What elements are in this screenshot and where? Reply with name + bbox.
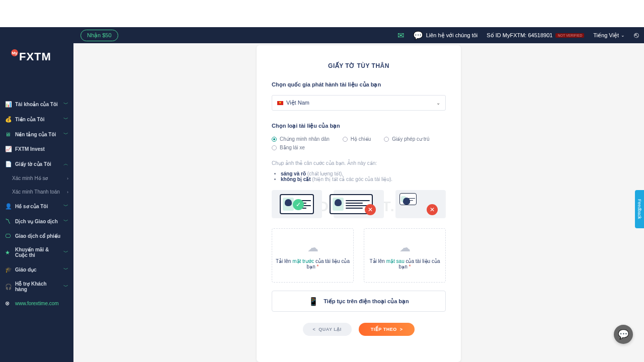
sidebar-item[interactable]: 📄Giấy tờ của Tôi︿	[0, 156, 73, 171]
upload-row: ☁ Tải lên mặt trước của tài liệu của bạn…	[272, 228, 446, 283]
chevron-icon: ﹀	[63, 101, 68, 108]
nav-label: Giao dịch cổ phiếu	[15, 233, 68, 239]
feedback-tab[interactable]: Feedback	[635, 190, 644, 228]
nav-label: Khuyến mãi & Cuộc thi	[15, 247, 59, 258]
cloud-upload-icon: ☁	[399, 241, 411, 254]
sidebar-item[interactable]: ★Khuyến mãi & Cuộc thi﹀	[0, 243, 73, 262]
sidebar-item[interactable]: 📊Tài khoản của Tôi﹀	[0, 97, 73, 112]
nav-label: Hỗ trợ Khách hàng	[15, 281, 59, 292]
continue-on-phone[interactable]: 📱 Tiếp tục trên điện thoại của bạn	[272, 291, 446, 312]
contact-us[interactable]: 💬 Liên hệ với chúng tôi	[413, 31, 478, 40]
sidebar-subitem[interactable]: Xác minh Thanh toán›	[0, 185, 73, 199]
chevron-down-icon: ⌄	[621, 33, 625, 38]
nav-icon: 📈	[5, 146, 11, 152]
sidebar-item[interactable]: 🎧Hỗ trợ Khách hàng﹀	[0, 277, 73, 296]
radio-label: Bằng lái xe	[280, 145, 305, 150]
nav-icon: 🎓	[5, 266, 11, 273]
logo-brand: FXTM	[19, 50, 51, 63]
identity-card: TRADERPTKT.COM GIẤY TỜ TÙY THÂN Chọn quố…	[257, 45, 461, 362]
language-selector[interactable]: Tiếng Việt ⌄	[593, 32, 625, 39]
upload-back-label: Tải lên mặt sau của tài liệu của bạn *	[367, 258, 442, 269]
nav-icon: 🖵	[5, 233, 11, 239]
nav-icon: 💰	[5, 116, 11, 123]
arrow-icon: ›	[67, 176, 68, 181]
chevron-icon: ﹀	[63, 283, 68, 290]
radio-icon	[272, 137, 277, 142]
chevron-icon: ︿	[63, 160, 68, 167]
doc-type-radio[interactable]: Hộ chiếu	[343, 136, 371, 142]
not-verified-badge: NOT VERIFIED	[555, 33, 584, 38]
check-icon: ✓	[293, 199, 304, 210]
photo-hint: Chụp ảnh thẻ căn cước của bạn. Ảnh này c…	[272, 160, 446, 166]
country-field-label: Chọn quốc gia phát hành tài liệu của bạn	[272, 81, 446, 88]
chevron-icon: ﹀	[63, 266, 68, 273]
back-button[interactable]: < QUAY LẠI	[303, 323, 352, 336]
sidebar-item[interactable]: 👤Hồ sơ của Tôi﹀	[0, 199, 73, 214]
radio-icon	[272, 145, 277, 150]
header-bar: Nhận $50 ✉ 💬 Liên hệ với chúng tôi Số ID…	[0, 27, 644, 43]
top-blank	[0, 0, 644, 27]
nav-label: Nền tảng của Tôi	[15, 132, 59, 137]
sidebar-item[interactable]: 📈FXTM Invest	[0, 142, 73, 156]
upload-back[interactable]: ☁ Tải lên mặt sau của tài liệu của bạn *	[364, 228, 446, 283]
radio-label: Chứng minh nhân dân	[280, 136, 330, 142]
sidebar-item[interactable]: 💰Tiền của Tôi﹀	[0, 112, 73, 127]
nav-label: Xác minh Hồ sơ	[12, 175, 63, 181]
nav-icon: ★	[5, 249, 11, 256]
doc-type-radio[interactable]: Giấy phép cư trú	[384, 136, 429, 142]
nav-icon: 〽	[5, 218, 11, 224]
logo-my-badge: My	[11, 49, 18, 56]
req-item: sáng và rõ (chất lượng tốt),	[281, 171, 446, 176]
logo: My FXTM	[0, 50, 73, 73]
chevron-down-icon: ⌄	[436, 100, 440, 106]
sidebar: My FXTM 📊Tài khoản của Tôi﹀💰Tiền của Tôi…	[0, 43, 73, 362]
nav-icon: 📄	[5, 161, 11, 167]
sidebar-item[interactable]: 🖵Giao dịch cổ phiếu	[0, 229, 73, 243]
upload-front[interactable]: ☁ Tải lên mặt trước của tài liệu của bạn…	[272, 228, 354, 283]
contact-label: Liên hệ với chúng tôi	[426, 32, 478, 39]
doc-type-radio-group: Chứng minh nhân dânHộ chiếuGiấy phép cư …	[272, 136, 446, 150]
chevron-icon: ﹀	[63, 218, 68, 225]
country-value: Việt Nam	[286, 100, 309, 106]
bonus-button[interactable]: Nhận $50	[80, 30, 118, 41]
sidebar-item[interactable]: 🖥Nền tảng của Tôi﹀	[0, 127, 73, 142]
chevron-icon: ﹀	[63, 131, 68, 138]
country-select[interactable]: Việt Nam ⌄	[272, 95, 446, 111]
cross-icon: ✕	[365, 204, 376, 215]
action-buttons: < QUAY LẠI TIẾP THEO >	[272, 323, 446, 336]
chat-bubble-button[interactable]: 💬	[614, 325, 633, 344]
cross-icon: ✕	[427, 204, 438, 215]
nav-label: Xác minh Thanh toán	[12, 189, 63, 195]
example-cropped: ✕	[334, 190, 384, 218]
sidebar-subitem[interactable]: Xác minh Hồ sơ›	[0, 171, 73, 185]
req-item: không bị cắt (hiện thị tất cả các góc củ…	[281, 176, 446, 182]
account-id: Số ID MyFXTM: 64518901 NOT VERIFIED	[487, 32, 584, 39]
nav-icon: ⊗	[5, 300, 11, 307]
sidebar-item[interactable]: 〽Dịch vụ Giao dịch﹀	[0, 214, 73, 229]
logout-icon[interactable]: ⎋	[634, 31, 639, 40]
radio-icon	[384, 137, 389, 142]
radio-label: Hộ chiếu	[351, 136, 371, 142]
phone-icon: 📱	[308, 297, 318, 306]
sidebar-item[interactable]: ⊗www.forextime.com	[0, 296, 73, 311]
example-good: ✓	[272, 190, 322, 218]
nav-label: Dịch vụ Giao dịch	[15, 219, 59, 224]
radio-label: Giấy phép cư trú	[392, 136, 429, 142]
doc-type-radio[interactable]: Bằng lái xe	[272, 145, 305, 150]
chevron-icon: ﹀	[63, 116, 68, 123]
radio-icon	[343, 137, 348, 142]
sidebar-item[interactable]: 🎓Giáo dục﹀	[0, 262, 73, 277]
requirements-list: sáng và rõ (chất lượng tốt), không bị cắ…	[272, 171, 446, 182]
card-title: GIẤY TỜ TÙY THÂN	[272, 62, 446, 69]
nav-icon: 👤	[5, 203, 11, 210]
chat-icon: 💬	[413, 31, 423, 40]
example-toosmall: ✕	[395, 190, 446, 218]
doc-type-label: Chọn loại tài liệu của bạn	[272, 123, 446, 129]
doc-type-radio[interactable]: Chứng minh nhân dân	[272, 136, 330, 142]
flag-vn-icon	[277, 101, 283, 105]
mail-icon[interactable]: ✉	[397, 31, 404, 40]
nav-icon: 🎧	[5, 284, 11, 290]
next-button[interactable]: TIẾP THEO >	[359, 323, 415, 336]
chevron-icon: ﹀	[63, 249, 68, 256]
nav-label: FXTM Invest	[15, 146, 68, 152]
